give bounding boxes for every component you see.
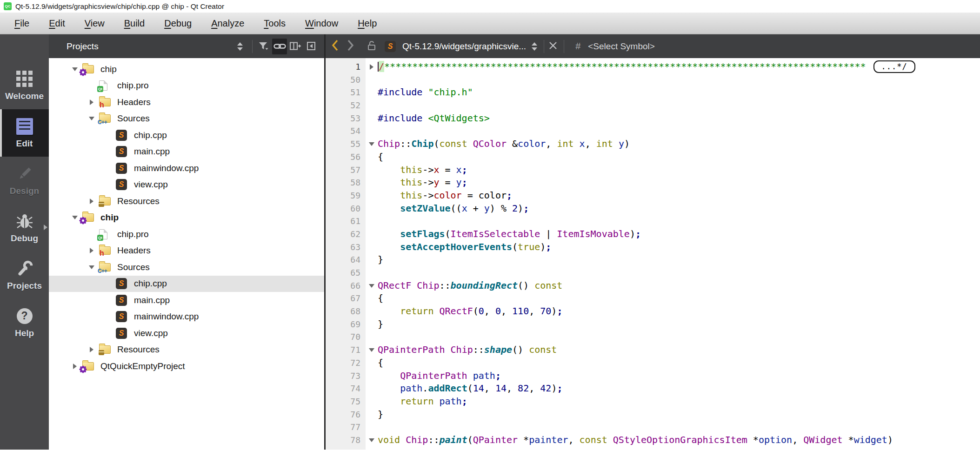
code-line-74[interactable]: 74 path.addRect(14, 14, 82, 42);	[326, 382, 980, 395]
line-number[interactable]: 70	[326, 331, 366, 344]
tree-row-main-cpp[interactable]: Smain.cpp	[49, 144, 324, 160]
open-document-dropdown[interactable]: Qt-5.12.9/widgets/graphicsvie...	[402, 41, 526, 52]
code-line-77[interactable]: 77	[326, 421, 980, 434]
line-number[interactable]: 76	[326, 408, 366, 421]
code-line-63[interactable]: 63 setAcceptHoverEvents(true);	[326, 241, 980, 254]
symbol-selector-dropdown[interactable]: <Select Symbol>	[588, 41, 655, 52]
fold-marker-icon[interactable]	[366, 434, 378, 447]
line-number[interactable]: 66	[326, 279, 366, 292]
menu-item-debug[interactable]: Debug	[154, 18, 201, 29]
tree-row-qtquickemptyproject[interactable]: QtQuickEmptyProject	[49, 358, 324, 375]
menu-item-analyze[interactable]: Analyze	[201, 18, 254, 29]
code-line-51[interactable]: 51#include "chip.h"	[326, 86, 980, 99]
line-number[interactable]: 67	[326, 292, 366, 305]
line-number[interactable]: 61	[326, 215, 366, 228]
line-number[interactable]: 50	[326, 73, 366, 86]
go-forward-button[interactable]	[347, 39, 354, 53]
panel-combo-arrows-icon[interactable]	[233, 39, 247, 54]
code-line-50[interactable]: 50	[326, 73, 980, 86]
tree-row-view-cpp[interactable]: Sview.cpp	[49, 177, 324, 193]
code-line-52[interactable]: 52	[326, 99, 980, 112]
tree-row-chip-cpp[interactable]: Schip.cpp	[49, 127, 324, 144]
line-number[interactable]: 71	[326, 344, 366, 357]
code-line-71[interactable]: 71QPainterPath Chip::shape() const	[326, 344, 980, 357]
panel-title-dropdown[interactable]: Projects	[67, 41, 233, 52]
sync-with-editor-icon[interactable]	[272, 39, 287, 54]
menu-item-window[interactable]: Window	[295, 18, 348, 29]
close-document-button[interactable]	[549, 41, 557, 52]
line-number[interactable]: 51	[326, 86, 366, 99]
line-number[interactable]: 75	[326, 395, 366, 408]
code-line-56[interactable]: 56{	[326, 151, 980, 164]
code-editor[interactable]: 1/**************************************…	[326, 58, 980, 450]
line-number[interactable]: 53	[326, 112, 366, 125]
line-number[interactable]: 57	[326, 164, 366, 177]
code-line-57[interactable]: 57 this->x = x;	[326, 164, 980, 177]
filter-icon[interactable]	[256, 39, 271, 54]
line-number[interactable]: 58	[326, 176, 366, 189]
code-line-59[interactable]: 59 this->color = color;	[326, 189, 980, 202]
tree-expander-icon[interactable]	[88, 199, 99, 204]
code-line-78[interactable]: 78void Chip::paint(QPainter *painter, co…	[326, 434, 980, 447]
code-line-61[interactable]: 61	[326, 215, 980, 228]
code-line-1[interactable]: 1/**************************************…	[326, 60, 980, 73]
mode-button-edit[interactable]: Edit	[0, 109, 49, 157]
code-line-65[interactable]: 65	[326, 266, 980, 279]
line-number[interactable]: 62	[326, 228, 366, 241]
code-line-60[interactable]: 60 setZValue((x + y) % 2);	[326, 202, 980, 215]
line-number[interactable]: 1	[326, 60, 366, 73]
tree-row-view-cpp[interactable]: Sview.cpp	[49, 325, 324, 342]
code-line-73[interactable]: 73 QPainterPath path;	[326, 370, 980, 383]
tree-expander-icon[interactable]	[88, 347, 99, 352]
code-line-72[interactable]: 72{	[326, 357, 980, 370]
tree-row-mainwindow-cpp[interactable]: Smainwindow.cpp	[49, 309, 324, 325]
line-number[interactable]: 60	[326, 202, 366, 215]
fold-marker-icon[interactable]	[366, 279, 378, 292]
line-number[interactable]: 73	[326, 370, 366, 383]
mode-button-welcome[interactable]: Welcome	[0, 62, 49, 109]
code-line-64[interactable]: 64}	[326, 253, 980, 266]
line-number[interactable]: 59	[326, 189, 366, 202]
code-line-62[interactable]: 62 setFlags(ItemIsSelectable | ItemIsMov…	[326, 228, 980, 241]
split-icon[interactable]	[288, 39, 303, 54]
close-panel-icon[interactable]	[304, 39, 319, 54]
mode-button-help[interactable]: ?Help	[0, 299, 49, 346]
fold-marker-icon[interactable]	[366, 344, 378, 357]
code-line-53[interactable]: 53#include <QtWidgets>	[326, 112, 980, 125]
fold-marker-icon[interactable]	[366, 60, 378, 73]
tree-row-main-cpp[interactable]: Smain.cpp	[49, 292, 324, 309]
line-number[interactable]: 64	[326, 253, 366, 266]
tree-row-sources[interactable]: C++Sources	[49, 111, 324, 127]
collapsed-comment-box[interactable]: ...*/	[873, 60, 915, 73]
document-dropdown-arrows-icon[interactable]	[532, 42, 537, 51]
tree-row-chip[interactable]: chip	[49, 61, 324, 78]
line-number[interactable]: 63	[326, 241, 366, 254]
tree-row-resources[interactable]: Resources	[49, 193, 324, 210]
tree-row-chip-pro[interactable]: Qtchip.pro	[49, 78, 324, 94]
menu-item-edit[interactable]: Edit	[39, 18, 74, 29]
fold-marker-icon[interactable]	[366, 138, 378, 151]
mode-button-projects[interactable]: Projects	[0, 251, 49, 299]
code-line-66[interactable]: 66QRectF Chip::boundingRect() const	[326, 279, 980, 292]
debug-flyout-arrow-icon[interactable]	[44, 225, 47, 230]
go-back-button[interactable]	[331, 39, 339, 53]
code-line-54[interactable]: 54	[326, 125, 980, 138]
line-number[interactable]: 69	[326, 318, 366, 331]
tree-row-resources[interactable]: Resources	[49, 342, 324, 358]
line-number[interactable]: 68	[326, 305, 366, 318]
mode-button-debug[interactable]: Debug	[0, 204, 49, 251]
code-line-70[interactable]: 70	[326, 331, 980, 344]
code-line-58[interactable]: 58 this->y = y;	[326, 176, 980, 189]
code-line-76[interactable]: 76}	[326, 408, 980, 421]
line-number[interactable]: 77	[326, 421, 366, 434]
line-number[interactable]: 55	[326, 138, 366, 151]
menu-item-tools[interactable]: Tools	[254, 18, 295, 29]
tree-expander-icon[interactable]	[88, 99, 99, 105]
tree-row-chip-pro[interactable]: Qtchip.pro	[49, 226, 324, 243]
menu-item-build[interactable]: Build	[114, 18, 154, 29]
line-number[interactable]: 65	[326, 266, 366, 279]
tree-row-chip[interactable]: chip	[49, 210, 324, 226]
line-number[interactable]: 72	[326, 357, 366, 370]
code-line-69[interactable]: 69}	[326, 318, 980, 331]
tree-row-headers[interactable]: hHeaders	[49, 94, 324, 111]
